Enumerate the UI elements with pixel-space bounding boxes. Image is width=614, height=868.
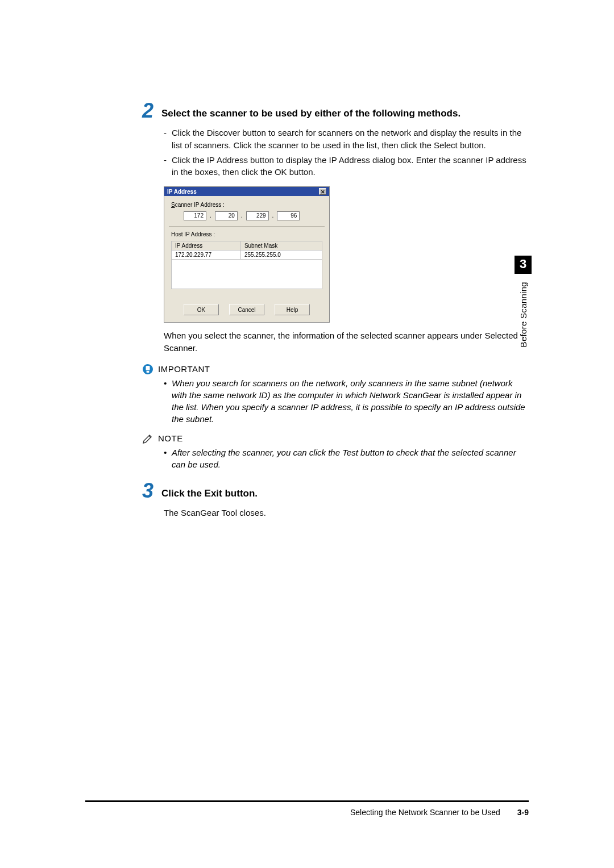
- scanner-ip-row: 172. 20. 229. 96: [184, 211, 322, 220]
- label-accel: S: [171, 202, 175, 208]
- footer-rule: [85, 800, 529, 802]
- note-icon: [142, 433, 154, 444]
- label-rest: canner IP Address :: [175, 202, 225, 208]
- important-callout: IMPORTANT • When you search for scanners…: [164, 364, 529, 425]
- page-number: 3-9: [517, 808, 529, 817]
- dash-icon: -: [164, 127, 172, 152]
- bullet-text: Click the IP Address button to display t…: [172, 154, 529, 179]
- note-callout: NOTE • After selecting the scanner, you …: [164, 433, 529, 470]
- cell-mask: 255.255.255.0: [240, 251, 322, 260]
- bullet-icon: •: [164, 377, 172, 425]
- bullet-icon: •: [164, 446, 172, 470]
- step-2-bullet-2: - Click the IP Address button to display…: [164, 154, 529, 179]
- table-row: 172.20.229.77 255.255.255.0: [172, 251, 322, 260]
- cell-ip: 172.20.229.77: [172, 251, 241, 260]
- ok-button[interactable]: OK: [184, 304, 219, 315]
- step-2: 2 Select the scanner to be used by eithe…: [142, 105, 529, 121]
- step-3: 3 Click the Exit button.: [142, 485, 529, 501]
- step-3-body: The ScanGear Tool closes.: [164, 507, 529, 519]
- svg-rect-1: [146, 366, 150, 370]
- step-3-title: Click the Exit button.: [161, 485, 258, 501]
- note-bullet: • After selecting the scanner, you can c…: [164, 446, 529, 470]
- step-number: 2: [142, 101, 161, 121]
- bullet-text: Click the Discover button to search for …: [172, 127, 529, 152]
- cancel-button[interactable]: Cancel: [229, 304, 264, 315]
- important-icon: [142, 364, 154, 375]
- ip-octet-1[interactable]: 172: [184, 211, 206, 220]
- dash-icon: -: [164, 154, 172, 179]
- ip-octet-4[interactable]: 96: [277, 211, 300, 220]
- ip-address-dialog: IP Address ✕ Scanner IP Address : 172. 2…: [164, 186, 330, 323]
- col-subnet-mask: Subnet Mask: [240, 241, 322, 251]
- important-bullet: • When you search for scanners on the ne…: [164, 377, 529, 425]
- help-button[interactable]: Help: [275, 304, 310, 315]
- host-ip-table: IP Address Subnet Mask 172.20.229.77 255…: [171, 241, 322, 289]
- close-icon[interactable]: ✕: [319, 188, 326, 195]
- footer-title: Selecting the Network Scanner to be Used: [350, 808, 500, 817]
- after-dialog-text: When you select the scanner, the informa…: [164, 329, 529, 354]
- step-number: 3: [142, 481, 161, 501]
- col-ip-address: IP Address: [172, 241, 241, 251]
- important-label: IMPORTANT: [158, 364, 210, 374]
- ip-octet-3[interactable]: 229: [246, 211, 269, 220]
- page: 2 Select the scanner to be used by eithe…: [0, 0, 614, 868]
- host-ip-label: Host IP Address :: [171, 231, 322, 237]
- step-2-bullet-1: - Click the Discover button to search fo…: [164, 127, 529, 152]
- dialog-buttons: OK Cancel Help: [171, 304, 322, 315]
- ip-octet-2[interactable]: 20: [215, 211, 238, 220]
- important-text: When you search for scanners on the netw…: [172, 377, 529, 425]
- footer: Selecting the Network Scanner to be Used…: [85, 800, 529, 817]
- note-label: NOTE: [158, 433, 183, 443]
- section-label: Before Scanning: [518, 282, 528, 347]
- dialog-titlebar: IP Address ✕: [164, 187, 329, 196]
- scanner-ip-label: Scanner IP Address :: [171, 202, 322, 208]
- dialog-body: Scanner IP Address : 172. 20. 229. 96 Ho…: [164, 196, 329, 322]
- svg-rect-2: [147, 371, 150, 373]
- note-text: After selecting the scanner, you can cli…: [172, 446, 529, 470]
- side-tab: 3 Before Scanning: [515, 256, 532, 347]
- step-2-title: Select the scanner to be used by either …: [161, 105, 460, 121]
- dialog-title: IP Address: [167, 189, 197, 195]
- chapter-number: 3: [515, 256, 532, 274]
- table-row-empty: [172, 260, 322, 289]
- step-2-body: - Click the Discover button to search fo…: [164, 127, 529, 178]
